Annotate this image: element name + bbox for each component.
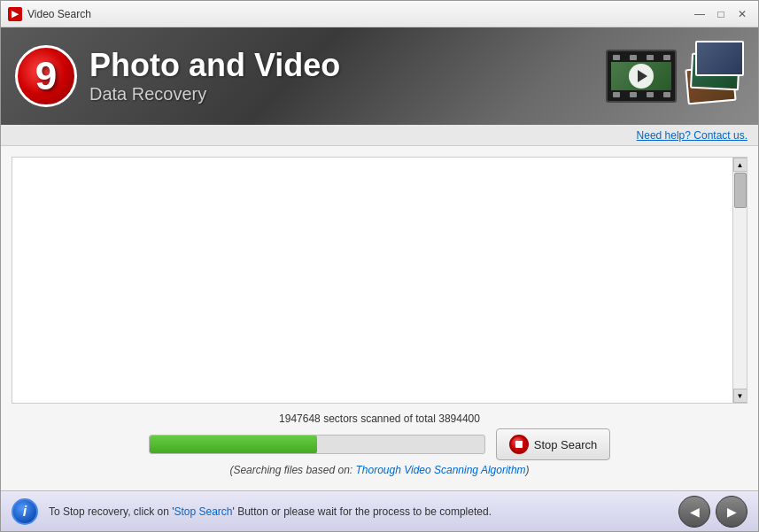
close-button[interactable]: ✕ (733, 5, 751, 23)
bottom-stop-link[interactable]: Stop Search (174, 505, 232, 518)
stop-button-label: Stop Search (534, 438, 598, 451)
scanning-algorithm: Thorough Video Scanning Algorithm (355, 464, 525, 476)
help-bar: Need help? Contact us. (1, 125, 758, 146)
stop-icon (509, 435, 529, 454)
header-banner: 9 Photo and Video Data Recovery (1, 27, 758, 125)
scanning-info: (Searching files based on: Thorough Vide… (229, 464, 529, 476)
logo-number: 9 (15, 45, 77, 107)
scroll-thumb[interactable] (734, 173, 747, 208)
scroll-up-button[interactable]: ▲ (733, 158, 747, 172)
photo-stack (682, 41, 744, 112)
minimize-button[interactable]: — (691, 5, 709, 23)
nav-back-button[interactable]: ◀ (678, 496, 710, 528)
bottom-message: To Stop recovery, click on 'Stop Search'… (49, 505, 668, 518)
info-icon: i (12, 498, 38, 525)
scroll-down-button[interactable]: ▼ (733, 389, 747, 403)
stop-square (515, 441, 523, 448)
title-bar: ▶ Video Search — □ ✕ (1, 1, 758, 27)
window-controls: — □ ✕ (691, 5, 751, 23)
progress-bar-fill (150, 436, 317, 453)
film-holes-top (608, 55, 675, 60)
header-main-title: Photo and Video (89, 48, 340, 83)
film-image-area (611, 62, 671, 90)
film-holes-bottom (608, 92, 675, 97)
film-strip (606, 50, 677, 103)
film-hole (613, 92, 620, 97)
header-title-block: Photo and Video Data Recovery (89, 48, 340, 105)
photo-item-front (695, 41, 744, 76)
progress-label: 1947648 sectors scanned of total 3894400 (279, 412, 480, 425)
film-hole (630, 92, 637, 97)
app-icon: ▶ (8, 7, 22, 21)
help-contact-link[interactable]: Need help? Contact us. (637, 129, 747, 142)
film-hole (647, 55, 654, 60)
main-content: ▲ ▼ 1947648 sectors scanned of total 389… (1, 146, 758, 490)
scroll-bar[interactable]: ▲ ▼ (732, 158, 747, 403)
film-hole (613, 55, 620, 60)
nav-forward-button[interactable]: ▶ (716, 496, 747, 528)
stop-search-button[interactable]: Stop Search (496, 428, 611, 460)
film-hole (647, 92, 654, 97)
film-hole (630, 55, 637, 60)
window-title: Video Search (27, 8, 691, 20)
scroll-track (734, 173, 747, 388)
progress-row: Stop Search (12, 428, 747, 460)
thumbnails-panel: ▲ ▼ (12, 157, 747, 404)
nav-buttons: ◀ ▶ (678, 496, 747, 528)
maximize-button[interactable]: □ (712, 5, 730, 23)
progress-area: 1947648 sectors scanned of total 3894400… (12, 404, 747, 480)
play-circle (629, 64, 654, 89)
header-film-icon (606, 41, 744, 112)
main-window: ▶ Video Search — □ ✕ 9 Photo and Video D… (0, 0, 759, 532)
film-hole (663, 55, 670, 60)
header-sub-title: Data Recovery (89, 84, 340, 104)
film-hole (663, 92, 670, 97)
progress-bar-container (149, 435, 485, 454)
play-triangle (638, 70, 647, 82)
bottom-bar: i To Stop recovery, click on 'Stop Searc… (1, 490, 758, 531)
thumbnails-grid[interactable] (12, 158, 732, 403)
